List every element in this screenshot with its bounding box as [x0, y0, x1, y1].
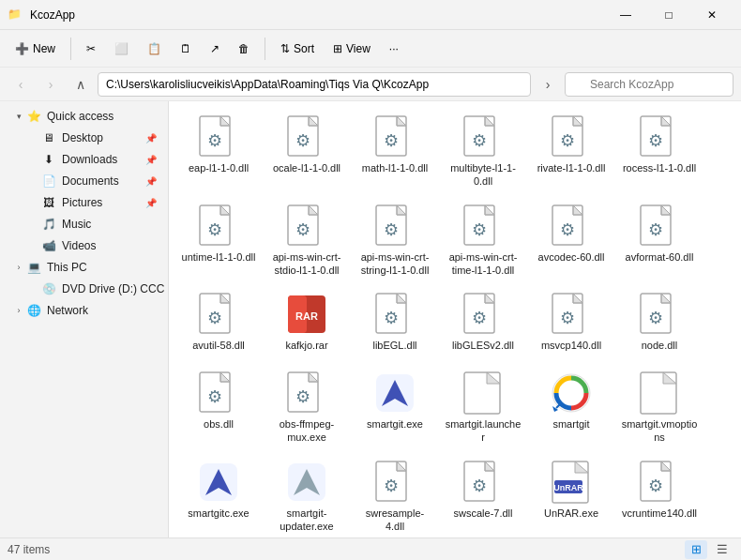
list-item[interactable]: ⚙ msvcp140.dll	[529, 286, 613, 361]
list-item[interactable]: smartgit-updater.exe	[265, 454, 349, 537]
file-type-icon: ⚙	[196, 371, 241, 416]
file-type-icon: ⚙	[372, 460, 417, 505]
file-type-icon: ⚙	[549, 292, 594, 337]
sidebar: ▾ ⭐ Quick access 🖥 Desktop 📌 ⬇ Downloads…	[0, 101, 169, 537]
back-button[interactable]: ‹	[8, 71, 34, 98]
list-item[interactable]: UnRAR UnRAR.exe	[529, 454, 613, 537]
list-item[interactable]: ⚙ rivate-l1-1-0.dll	[529, 109, 613, 194]
address-input[interactable]	[98, 72, 531, 97]
svg-text:⚙: ⚙	[472, 477, 487, 495]
list-item[interactable]: smartgit.launcher	[441, 365, 525, 450]
sidebar-item-downloads[interactable]: ⬇ Downloads 📌	[4, 149, 164, 170]
sidebar-item-documents[interactable]: 📄 Documents 📌	[4, 171, 164, 191]
list-item[interactable]: ⚙ eap-l1-1-0.dll	[176, 109, 261, 194]
file-name: untime-l1-1-0.dll	[182, 250, 256, 264]
svg-text:⚙: ⚙	[207, 387, 222, 406]
file-type-icon	[284, 460, 329, 505]
svg-text:⚙: ⚙	[472, 309, 487, 327]
sidebar-item-network[interactable]: › 🌐 Network	[4, 300, 164, 321]
file-name: smartgit-updater.exe	[268, 507, 345, 534]
file-type-icon: ⚙	[637, 204, 682, 249]
list-item[interactable]: ⚙ obs-ffmpeg-mux.exe	[265, 365, 349, 450]
file-name: swresample-4.dll	[356, 507, 433, 534]
sort-button[interactable]: ⇅ Sort	[273, 38, 322, 59]
svg-text:⚙: ⚙	[560, 131, 575, 150]
file-type-icon: ⚙	[372, 292, 417, 337]
sidebar-item-music[interactable]: 🎵 Music	[4, 214, 164, 235]
go-button[interactable]: ›	[535, 71, 561, 98]
file-name: UnRAR.exe	[544, 507, 598, 520]
list-item[interactable]: ⚙ rocess-l1-1-0.dll	[617, 109, 702, 194]
file-type-icon	[549, 371, 594, 416]
list-item[interactable]: ⚙ libGLESv2.dll	[441, 286, 525, 361]
up-button[interactable]: ∧	[68, 71, 94, 98]
dvd-drive-icon: 💿	[41, 281, 56, 296]
svg-text:⚙: ⚙	[560, 220, 575, 239]
chevron-down-icon: ▾	[11, 112, 26, 121]
copy-button[interactable]: ⬜	[107, 38, 136, 59]
list-item[interactable]: ⚙ untime-l1-1-0.dll	[176, 198, 261, 283]
list-item[interactable]: ⚙ avcodec-60.dll	[529, 198, 613, 283]
close-button[interactable]: ✕	[690, 0, 733, 30]
sidebar-item-this-pc[interactable]: › 💻 This PC	[4, 257, 164, 278]
list-item[interactable]: ⚙ api-ms-win-crt-string-l1-1-0.dll	[353, 198, 437, 283]
sidebar-item-desktop[interactable]: 🖥 Desktop 📌	[4, 128, 164, 148]
file-type-icon: ⚙	[637, 460, 682, 505]
list-item[interactable]: ⚙ libEGL.dll	[353, 286, 437, 361]
paste-button[interactable]: 📋	[140, 38, 169, 59]
list-item[interactable]: ⚙ math-l1-1-0.dll	[353, 109, 437, 194]
share-button[interactable]: ↗	[203, 38, 227, 59]
new-button[interactable]: ➕ New	[8, 38, 63, 59]
list-item[interactable]: ⚙ obs.dll	[176, 365, 261, 450]
file-name: smartgit.launcher	[445, 417, 522, 445]
file-type-icon: ⚙	[284, 114, 329, 159]
sidebar-item-label: Quick access	[47, 110, 113, 123]
list-item[interactable]: ⚙ node.dll	[617, 286, 702, 361]
list-item[interactable]: smartgit.vmoptions	[617, 365, 702, 450]
sidebar-item-label: Videos	[62, 239, 96, 252]
list-item[interactable]: ⚙ avutil-58.dll	[176, 286, 261, 361]
chevron-right-icon: ›	[11, 263, 26, 272]
list-item[interactable]: RAR kafkjo.rar	[265, 286, 349, 361]
status-bar: 47 items ⊞ ☰	[0, 537, 741, 560]
maximize-button[interactable]: □	[647, 0, 690, 30]
rename-button[interactable]: 🗒	[173, 38, 199, 59]
more-button[interactable]: ···	[382, 38, 406, 59]
svg-text:⚙: ⚙	[295, 131, 310, 150]
pictures-icon: 🖼	[41, 195, 56, 210]
file-type-icon: ⚙	[549, 114, 594, 159]
downloads-icon: ⬇	[41, 152, 56, 167]
list-item[interactable]: ⚙ multibyte-l1-1-0.dll	[441, 109, 525, 194]
list-item[interactable]: smartgit.exe	[353, 365, 437, 450]
delete-button[interactable]: 🗑	[231, 38, 257, 59]
sidebar-item-videos[interactable]: 📹 Videos	[4, 235, 164, 256]
grid-view-button[interactable]: ⊞	[685, 540, 707, 559]
file-name: smartgit.vmoptions	[621, 417, 698, 445]
list-item[interactable]: ⚙ vcruntime140.dll	[617, 454, 702, 537]
list-item[interactable]: smartgit	[529, 365, 613, 450]
list-item[interactable]: ⚙ api-ms-win-crt-time-l1-1-0.dll	[441, 198, 525, 283]
minimize-button[interactable]: —	[604, 0, 647, 30]
file-name: swscale-7.dll	[454, 507, 513, 520]
pin-icon: 📌	[145, 133, 157, 144]
view-controls: ⊞ ☰	[685, 540, 733, 559]
sidebar-item-dvd-drive[interactable]: 💿 DVD Drive (D:) CCCC	[4, 279, 164, 299]
file-name: obs.dll	[204, 417, 234, 431]
view-button[interactable]: ⊞ View	[325, 38, 378, 59]
list-item[interactable]: ⚙ swresample-4.dll	[353, 454, 437, 537]
search-input[interactable]	[565, 72, 733, 97]
sidebar-item-pictures[interactable]: 🖼 Pictures 📌	[4, 192, 164, 213]
list-item[interactable]: ⚙ ocale-l1-1-0.dll	[265, 109, 349, 194]
cut-button[interactable]: ✂	[79, 38, 103, 59]
sidebar-item-quick-access[interactable]: ▾ ⭐ Quick access	[4, 106, 164, 127]
file-name: smartgit	[552, 417, 589, 431]
list-item[interactable]: ⚙ api-ms-win-crt-stdio-l1-1-0.dll	[265, 198, 349, 283]
file-type-icon	[196, 460, 241, 505]
forward-button[interactable]: ›	[38, 71, 64, 98]
list-view-button[interactable]: ☰	[711, 540, 733, 559]
list-item[interactable]: ⚙ avformat-60.dll	[617, 198, 702, 283]
file-type-icon: ⚙	[637, 292, 682, 337]
svg-text:⚙: ⚙	[384, 131, 399, 150]
list-item[interactable]: ⚙ swscale-7.dll	[441, 454, 525, 537]
list-item[interactable]: smartgitc.exe	[176, 454, 261, 537]
